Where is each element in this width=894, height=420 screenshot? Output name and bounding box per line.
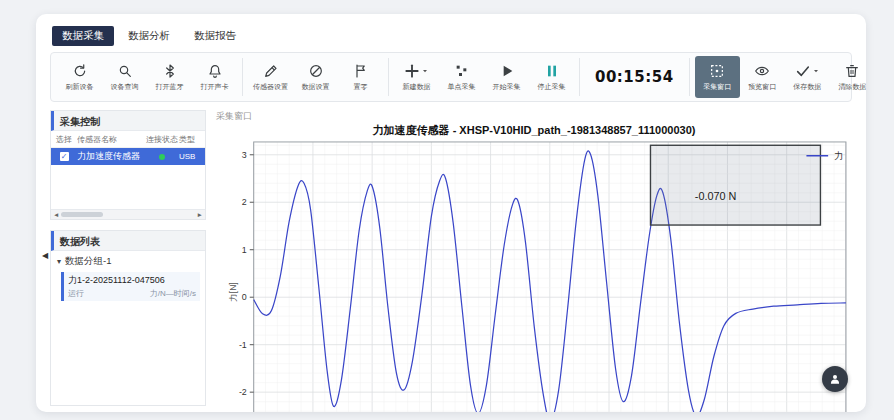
status-dot (159, 154, 165, 160)
points-icon (454, 62, 470, 80)
legend-label: 力 (834, 151, 843, 161)
clear-data-button[interactable]: 清除数据 (830, 56, 866, 98)
tab-data-report[interactable]: 数据报告 (184, 26, 246, 46)
sensor-table-empty (51, 165, 205, 209)
collect-window-label: 采集窗口 (216, 110, 852, 123)
plus-icon (404, 62, 429, 80)
start-collect-label: 开始采集 (493, 82, 521, 92)
col-type: 类型 (179, 134, 205, 145)
y-tick-label: -2 (239, 387, 247, 397)
save-data-button[interactable]: 保存数据 (785, 56, 830, 98)
data-list-title: 数据列表 (51, 231, 205, 251)
start-collect-button[interactable]: 开始采集 (484, 56, 529, 98)
single-sample-label: 单点采集 (448, 82, 476, 92)
sidebar: 采集控制 选择 传感器名称 连接状态 类型 ✓ 力加速度传感器 USB ◄ (50, 110, 206, 406)
search-icon (117, 62, 133, 80)
single-sample-button[interactable]: 单点采集 (439, 56, 484, 98)
sensor-type: USB (179, 152, 205, 161)
chevron-down-icon (812, 67, 820, 75)
tab-bar: 数据采集 数据分析 数据报告 (52, 26, 866, 46)
data-settings-label: 数据设置 (302, 82, 330, 92)
data-list-item[interactable]: 力1-2-20251112-047506 运行 力/N—时间/s (61, 272, 200, 301)
user-icon (828, 372, 842, 386)
tab-data-analysis[interactable]: 数据分析 (118, 26, 180, 46)
sensor-table-row[interactable]: ✓ 力加速度传感器 USB (51, 148, 205, 165)
main-area: 采集窗口 力加速度传感器 - XHSP-V10HID_path_-1981348… (216, 110, 852, 406)
data-item-title: 力1-2-20251112-047506 (68, 274, 196, 287)
chart-plot[interactable]: 3210-1-2-0.070 N力 (216, 138, 854, 412)
pen-circle-icon (308, 62, 324, 80)
collect-control-panel: 采集控制 选择 传感器名称 连接状态 类型 ✓ 力加速度传感器 USB ◄ (50, 110, 206, 220)
sensor-table-header: 选择 传感器名称 连接状态 类型 (51, 131, 205, 148)
trash-icon (844, 62, 860, 80)
device-search-label: 设备查询 (111, 82, 139, 92)
toolbar-separator (242, 58, 243, 96)
sidebar-collapse-arrow[interactable]: ◀ (42, 252, 48, 260)
toolbar-separator (579, 58, 580, 96)
bell-icon (207, 62, 223, 80)
refresh-device-button[interactable]: 刷新设备 (57, 56, 102, 98)
pen-icon (263, 62, 279, 80)
col-sensor-name: 传感器名称 (77, 134, 145, 145)
capture-icon (709, 62, 725, 80)
refresh-device-label: 刷新设备 (66, 82, 94, 92)
data-group-row[interactable]: ▾ 数据分组-1 (51, 251, 205, 271)
toolbar-separator (689, 58, 690, 96)
data-list-panel: 数据列表 ▾ 数据分组-1 力1-2-20251112-047506 运行 力/… (50, 230, 206, 406)
clear-data-label: 清除数据 (838, 82, 866, 92)
toolbar-separator (388, 58, 389, 96)
caret-down-icon: ▾ (57, 257, 61, 266)
y-tick-label: -1 (239, 340, 247, 350)
stop-collect-label: 停止采集 (538, 82, 566, 92)
new-data-button[interactable]: 新建数据 (394, 56, 439, 98)
scrollbar-thumb[interactable] (61, 212, 103, 217)
play-icon (499, 62, 515, 80)
check-icon (795, 62, 820, 80)
collect-control-title: 采集控制 (51, 111, 205, 131)
scroll-right-icon[interactable]: ► (197, 211, 203, 218)
y-axis-label: 力[N] (228, 282, 240, 301)
y-tick-label: 0 (242, 292, 247, 302)
data-item-series: 力/N—时间/s (150, 288, 196, 299)
app-window: 数据采集 数据分析 数据报告 刷新设备设备查询打开蓝牙打开声卡传感器设置数据设置… (36, 14, 866, 412)
open-soundcard-button[interactable]: 打开声卡 (192, 56, 237, 98)
user-button[interactable] (822, 366, 848, 392)
chart: 力加速度传感器 - XHSP-V10HID_path_-1981348857_1… (216, 123, 852, 412)
y-tick-label: 1 (242, 245, 247, 255)
sensor-name: 力加速度传感器 (77, 150, 145, 163)
open-soundcard-label: 打开声卡 (201, 82, 229, 92)
bluetooth-icon (162, 62, 178, 80)
open-bluetooth-label: 打开蓝牙 (156, 82, 184, 92)
horizontal-scrollbar[interactable]: ◄ ► (51, 209, 205, 219)
zero-label: 置零 (354, 82, 368, 92)
pause-icon (544, 62, 560, 80)
sensor-checkbox[interactable]: ✓ (60, 152, 69, 161)
collect-window-button[interactable]: 采集窗口 (695, 56, 740, 98)
data-item-status: 运行 (68, 288, 84, 299)
new-data-label: 新建数据 (403, 82, 431, 92)
sensor-settings-button[interactable]: 传感器设置 (248, 56, 293, 98)
content-area: 采集控制 选择 传感器名称 连接状态 类型 ✓ 力加速度传感器 USB ◄ (50, 110, 852, 406)
flag-icon (353, 62, 369, 80)
toolbar: 刷新设备设备查询打开蓝牙打开声卡传感器设置数据设置置零新建数据单点采集开始采集停… (50, 52, 852, 102)
tab-data-collect[interactable]: 数据采集 (52, 26, 114, 46)
stop-collect-button[interactable]: 停止采集 (529, 56, 574, 98)
zero-button[interactable]: 置零 (338, 56, 383, 98)
collect-window-label: 采集窗口 (703, 82, 731, 92)
collect-timer: 00:15:54 (595, 68, 674, 86)
open-bluetooth-button[interactable]: 打开蓝牙 (147, 56, 192, 98)
col-conn-status: 连接状态 (145, 134, 179, 145)
scroll-left-icon[interactable]: ◄ (53, 211, 59, 218)
preview-window-label: 预览窗口 (748, 82, 776, 92)
sensor-settings-label: 传感器设置 (253, 82, 288, 92)
chart-title: 力加速度传感器 - XHSP-V10HID_path_-1981348857_1… (216, 123, 852, 138)
device-search-button[interactable]: 设备查询 (102, 56, 147, 98)
y-tick-label: 3 (242, 150, 247, 160)
eye-icon (754, 62, 770, 80)
y-tick-label: 2 (242, 197, 247, 207)
selection-box[interactable] (650, 145, 820, 225)
save-data-label: 保存数据 (793, 82, 821, 92)
data-settings-button[interactable]: 数据设置 (293, 56, 338, 98)
refresh-icon (72, 62, 88, 80)
preview-window-button[interactable]: 预览窗口 (740, 56, 785, 98)
